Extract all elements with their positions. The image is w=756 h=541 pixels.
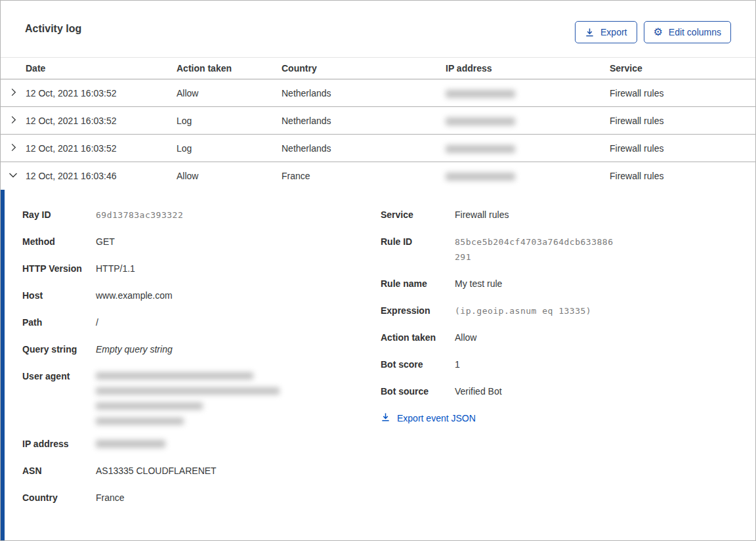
detail-row-action-taken: Action taken Allow [381, 330, 731, 345]
detail-label: Query string [22, 342, 96, 357]
detail-row-rule-name: Rule name My test rule [381, 276, 731, 292]
row-country: Netherlands [282, 116, 446, 126]
detail-value: GET [96, 234, 115, 249]
detail-label: Action taken [381, 330, 455, 345]
table-row[interactable]: 12 Oct, 2021 16:03:52 Log Netherlands Fi… [1, 135, 755, 162]
row-action: Log [177, 143, 282, 154]
detail-label: IP address [22, 437, 96, 452]
detail-value: France [96, 490, 125, 506]
detail-label: Bot score [381, 357, 455, 372]
chevron-right-icon [9, 115, 18, 127]
detail-row-ip-address: IP address [22, 437, 381, 452]
redacted-user-agent [96, 369, 280, 425]
row-action: Log [177, 116, 282, 126]
expand-row-button[interactable] [1, 87, 26, 99]
detail-row-path: Path / [22, 315, 381, 330]
row-country: France [282, 171, 446, 181]
detail-row-host: Host www.example.com [22, 288, 381, 303]
detail-value: (ip.geoip.asnum eq 13335) [455, 303, 591, 318]
detail-label: HTTP Version [22, 261, 96, 276]
collapse-row-button[interactable] [1, 170, 26, 183]
detail-left-column: Ray ID 69d13783ac393322 Method GET HTTP … [22, 207, 381, 541]
detail-value: 1 [455, 357, 460, 372]
expand-row-button[interactable] [1, 115, 26, 127]
export-button[interactable]: Export [575, 21, 637, 43]
detail-label: Country [22, 490, 96, 506]
gear-icon: ⚙ [654, 27, 663, 37]
table-row-expanded[interactable]: 12 Oct, 2021 16:03:46 Allow France Firew… [1, 162, 755, 190]
download-icon [585, 28, 595, 37]
row-date: 12 Oct, 2021 16:03:46 [26, 171, 177, 181]
row-ip-redacted [446, 116, 610, 126]
detail-label: Method [22, 234, 96, 249]
table-header: Date Action taken Country IP address Ser… [1, 57, 755, 79]
row-service: Firewall rules [610, 88, 755, 98]
edit-columns-button-label: Edit columns [669, 27, 721, 37]
detail-label: ASN [22, 464, 96, 479]
detail-label: Rule name [381, 276, 455, 292]
column-header-date: Date [26, 63, 177, 74]
detail-row-bot-score: Bot score 1 [381, 357, 731, 372]
chevron-right-icon [9, 142, 18, 154]
row-action: Allow [177, 88, 282, 98]
column-header-country: Country [282, 63, 446, 74]
detail-label: Ray ID [22, 207, 96, 223]
row-date: 12 Oct, 2021 16:03:52 [26, 88, 177, 98]
download-icon [381, 412, 390, 424]
table-row[interactable]: 12 Oct, 2021 16:03:52 Log Netherlands Fi… [1, 107, 755, 135]
detail-value: Empty query string [96, 342, 173, 357]
export-button-label: Export [600, 27, 627, 37]
row-ip-redacted [446, 171, 610, 181]
activity-log-panel: Activity log Export ⚙ Edit columns Date … [0, 0, 756, 541]
redacted-ip-address [96, 437, 165, 452]
edit-columns-button[interactable]: ⚙ Edit columns [644, 21, 732, 43]
column-header-action-taken: Action taken [177, 63, 282, 74]
detail-value: Verified Bot [455, 384, 502, 399]
export-event-json-label: Export event JSON [397, 413, 476, 423]
row-ip-redacted [446, 143, 610, 154]
detail-row-country: Country France [22, 490, 381, 506]
row-date: 12 Oct, 2021 16:03:52 [26, 116, 177, 126]
detail-row-rule-id: Rule ID 85bce5b204cf4703a764dcb633886291 [381, 234, 731, 265]
detail-value: Allow [455, 330, 476, 345]
detail-right-column: Service Firewall rules Rule ID 85bce5b20… [381, 207, 731, 541]
detail-row-user-agent: User agent [22, 369, 381, 425]
export-event-json-link[interactable]: Export event JSON [381, 412, 476, 424]
expand-row-button[interactable] [1, 142, 26, 154]
detail-value: 85bce5b204cf4703a764dcb633886291 [455, 234, 616, 265]
detail-row-query-string: Query string Empty query string [22, 342, 381, 357]
row-ip-redacted [446, 88, 610, 98]
detail-row-ray-id: Ray ID 69d13783ac393322 [22, 207, 381, 223]
toolbar: Export ⚙ Edit columns [575, 21, 731, 43]
detail-row-expression: Expression (ip.geoip.asnum eq 13335) [381, 303, 731, 318]
detail-row-http-version: HTTP Version HTTP/1.1 [22, 261, 381, 276]
detail-row-method: Method GET [22, 234, 381, 249]
column-header-ip-address: IP address [446, 63, 610, 74]
row-country: Netherlands [282, 143, 446, 154]
topbar: Activity log Export ⚙ Edit columns [1, 1, 755, 57]
detail-label: Bot source [381, 384, 455, 399]
detail-row-bot-source: Bot source Verified Bot [381, 384, 731, 399]
row-country: Netherlands [282, 88, 446, 98]
detail-label: User agent [22, 369, 96, 384]
detail-label: Rule ID [381, 234, 455, 249]
detail-label: Host [22, 288, 96, 303]
detail-value: HTTP/1.1 [96, 261, 135, 276]
detail-value: 69d13783ac393322 [96, 207, 183, 223]
row-action: Allow [177, 171, 282, 181]
row-service: Firewall rules [610, 116, 755, 126]
detail-value: AS13335 CLOUDFLARENET [96, 464, 217, 479]
row-service: Firewall rules [610, 171, 755, 181]
chevron-down-icon [8, 170, 18, 183]
column-header-service: Service [610, 63, 755, 74]
page-title: Activity log [25, 23, 81, 35]
detail-label: Path [22, 315, 96, 330]
detail-row-asn: ASN AS13335 CLOUDFLARENET [22, 464, 381, 479]
detail-label: Service [381, 207, 455, 223]
detail-value: www.example.com [96, 288, 173, 303]
detail-label: Expression [381, 303, 455, 318]
detail-value: Firewall rules [455, 207, 509, 223]
row-service: Firewall rules [610, 143, 755, 154]
table-row[interactable]: 12 Oct, 2021 16:03:52 Allow Netherlands … [1, 79, 755, 107]
detail-value: / [96, 315, 98, 330]
